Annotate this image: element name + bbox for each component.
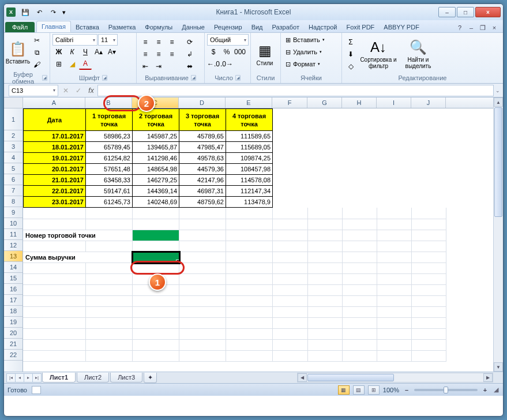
- merge-button[interactable]: ⬌: [182, 61, 198, 72]
- cell[interactable]: [343, 252, 377, 263]
- sheet-nav-prev[interactable]: ◂: [15, 373, 24, 382]
- table-cell[interactable]: 46987,31: [179, 186, 226, 197]
- border-button[interactable]: ⊞: [52, 58, 65, 70]
- minimize-button[interactable]: –: [438, 7, 456, 17]
- col-header-J[interactable]: J: [411, 97, 446, 108]
- cell[interactable]: [308, 307, 343, 318]
- cell[interactable]: [179, 340, 226, 351]
- zoom-knob[interactable]: [444, 387, 448, 393]
- table-header[interactable]: 1 торговая точка: [86, 109, 133, 131]
- cell[interactable]: [226, 252, 273, 263]
- italic-button[interactable]: К: [66, 46, 78, 58]
- align-center-button[interactable]: ≡: [152, 48, 165, 60]
- cell[interactable]: [133, 307, 179, 318]
- tab-layout[interactable]: Разметка: [104, 22, 141, 32]
- zoom-slider[interactable]: [414, 389, 478, 391]
- cell[interactable]: [86, 285, 133, 296]
- grow-font-button[interactable]: A▴: [92, 46, 105, 58]
- cell[interactable]: [179, 230, 226, 241]
- cell[interactable]: [308, 263, 343, 274]
- cell[interactable]: [133, 296, 179, 307]
- clipboard-launcher[interactable]: ◢: [42, 75, 47, 81]
- zoom-out-button[interactable]: –: [403, 387, 411, 393]
- cell[interactable]: [133, 329, 179, 340]
- tab-insert[interactable]: Вставка: [71, 22, 104, 32]
- cell[interactable]: [226, 208, 273, 219]
- cell[interactable]: [377, 208, 412, 219]
- indent-increase-button[interactable]: ⇥: [152, 61, 165, 72]
- sheet-nav-last[interactable]: ▸|: [32, 373, 42, 382]
- macro-record-button[interactable]: [32, 386, 41, 394]
- table-cell[interactable]: 17.01.2017: [24, 131, 86, 142]
- row-header-14[interactable]: 14: [4, 262, 22, 273]
- row-header-7[interactable]: 7: [4, 185, 22, 196]
- row-header-8[interactable]: 8: [4, 196, 22, 207]
- cell[interactable]: [86, 263, 133, 274]
- cell[interactable]: [24, 340, 86, 351]
- cell[interactable]: [226, 340, 273, 351]
- col-header-D[interactable]: D: [179, 97, 226, 108]
- table-cell[interactable]: 20.01.2017: [24, 164, 86, 175]
- cell[interactable]: [308, 318, 343, 329]
- cell[interactable]: [273, 263, 308, 274]
- save-button[interactable]: 💾: [19, 6, 32, 18]
- styles-button[interactable]: ▦ Стили: [253, 36, 276, 73]
- align-middle-button[interactable]: ≡: [152, 36, 165, 48]
- cell[interactable]: [412, 318, 446, 329]
- cell[interactable]: [343, 230, 377, 241]
- cell[interactable]: [343, 351, 377, 362]
- cell[interactable]: [273, 230, 308, 241]
- cut-button[interactable]: ✂: [31, 35, 43, 46]
- cell[interactable]: [412, 230, 446, 241]
- table-cell[interactable]: 58986,23: [86, 131, 133, 142]
- cell[interactable]: [133, 274, 179, 285]
- orientation-button[interactable]: ⟳: [182, 36, 198, 48]
- cell[interactable]: [24, 285, 86, 296]
- table-cell[interactable]: 141298,46: [133, 153, 179, 164]
- cell[interactable]: [343, 307, 377, 318]
- cell[interactable]: [24, 241, 86, 252]
- scroll-right-button[interactable]: ▶: [483, 373, 493, 382]
- cell[interactable]: [308, 252, 343, 263]
- cell[interactable]: [226, 274, 273, 285]
- cell[interactable]: [377, 296, 412, 307]
- table-cell[interactable]: 139465,87: [133, 142, 179, 153]
- new-sheet-button[interactable]: ✦: [144, 373, 157, 383]
- cell[interactable]: [377, 274, 412, 285]
- table-cell[interactable]: 114578,08: [226, 175, 273, 186]
- workbook-restore-button[interactable]: ❐: [478, 23, 488, 32]
- cell[interactable]: [343, 274, 377, 285]
- cell[interactable]: [412, 307, 446, 318]
- cell[interactable]: [24, 318, 86, 329]
- cell[interactable]: [377, 318, 412, 329]
- paste-button[interactable]: 📋 Вставить: [6, 34, 29, 71]
- tab-view[interactable]: Вид: [247, 22, 268, 32]
- formula-input[interactable]: [97, 85, 494, 96]
- vertical-scrollbar[interactable]: ▲ ▼: [493, 97, 503, 372]
- col-header-F[interactable]: F: [272, 97, 307, 108]
- cell[interactable]: [343, 318, 377, 329]
- cell[interactable]: [412, 241, 446, 252]
- cell[interactable]: [377, 263, 412, 274]
- col-header-G[interactable]: G: [307, 97, 342, 108]
- cell[interactable]: [343, 219, 377, 230]
- align-left-button[interactable]: ≡: [139, 48, 152, 60]
- cell[interactable]: [179, 274, 226, 285]
- dec-decimal-button[interactable]: .0→: [220, 58, 233, 70]
- cell[interactable]: [412, 285, 446, 296]
- cell[interactable]: [308, 285, 343, 296]
- workbook-close-button[interactable]: ×: [489, 23, 500, 32]
- table-cell[interactable]: 59147,61: [86, 186, 133, 197]
- cell[interactable]: [226, 351, 273, 362]
- cell[interactable]: [24, 263, 86, 274]
- cell[interactable]: [412, 351, 446, 362]
- copy-button[interactable]: ⧉: [31, 47, 43, 58]
- qat-customize-button[interactable]: ▾: [61, 6, 67, 18]
- cell[interactable]: [412, 329, 446, 340]
- cell[interactable]: [179, 285, 226, 296]
- number-launcher[interactable]: ◢: [235, 75, 241, 81]
- cell[interactable]: [308, 230, 343, 241]
- row-header-15[interactable]: 15: [4, 273, 22, 284]
- cell[interactable]: [308, 208, 343, 219]
- name-box[interactable]: C13: [9, 85, 58, 96]
